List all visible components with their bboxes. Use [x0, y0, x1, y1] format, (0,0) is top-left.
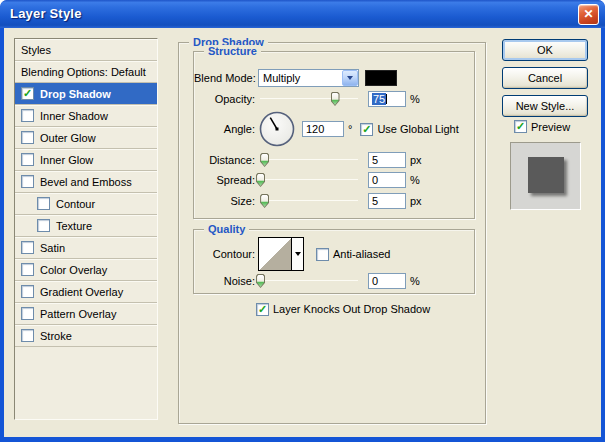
size-label: Size: — [194, 195, 255, 207]
check-icon: ✓ — [362, 123, 371, 135]
style-checkbox[interactable]: ✓ — [21, 87, 34, 100]
sidebar-item-inner-shadow[interactable]: Inner Shadow — [15, 105, 157, 127]
opacity-slider[interactable] — [258, 92, 360, 106]
slider-track — [260, 280, 358, 281]
contour-label: Contour: — [194, 248, 255, 260]
distance-slider[interactable] — [258, 153, 360, 167]
slider-track — [260, 98, 358, 99]
cancel-button[interactable]: Cancel — [502, 67, 588, 89]
sidebar-item-color-overlay[interactable]: Color Overlay — [15, 259, 157, 281]
noise-value: 0 — [372, 275, 378, 287]
spread-input[interactable]: 0 — [368, 172, 406, 188]
angle-value: 120 — [306, 123, 324, 135]
sidebar-item-contour[interactable]: Contour — [15, 193, 157, 215]
size-unit: px — [410, 195, 422, 207]
size-value: 5 — [372, 195, 378, 207]
sidebar-item-label: Inner Shadow — [40, 110, 108, 122]
sidebar-item-stroke[interactable]: Stroke — [15, 325, 157, 347]
contour-thumbnail[interactable] — [258, 237, 292, 271]
slider-track — [260, 179, 358, 180]
noise-slider[interactable] — [258, 274, 360, 288]
style-checkbox[interactable] — [21, 175, 34, 188]
distance-slider-thumb[interactable] — [260, 153, 269, 167]
shadow-color-swatch[interactable] — [365, 70, 397, 86]
spread-slider[interactable] — [258, 173, 360, 187]
sidebar-item-texture[interactable]: Texture — [15, 215, 157, 237]
sidebar-item-label: Bevel and Emboss — [40, 176, 132, 188]
slider-track — [260, 200, 358, 201]
use-global-light-label: Use Global Light — [377, 123, 458, 135]
sidebar-item-bevel-and-emboss[interactable]: Bevel and Emboss — [15, 171, 157, 193]
sidebar-item-blending-options-default[interactable]: Blending Options: Default — [15, 61, 157, 83]
style-checkbox[interactable] — [37, 219, 50, 232]
check-icon: ✓ — [258, 303, 267, 315]
preview-layer-square — [528, 157, 564, 193]
size-slider[interactable] — [258, 194, 360, 208]
style-checkbox[interactable] — [21, 109, 34, 122]
sidebar-item-label: Color Overlay — [40, 264, 107, 276]
opacity-row: Opacity: 75 % — [194, 91, 474, 107]
distance-input[interactable]: 5 — [368, 152, 406, 168]
opacity-slider-thumb[interactable] — [331, 92, 340, 106]
sidebar-item-outer-glow[interactable]: Outer Glow — [15, 127, 157, 149]
angle-unit: ° — [348, 123, 352, 135]
opacity-unit: % — [410, 93, 420, 105]
spread-label: Spread: — [194, 174, 255, 186]
contour-picker[interactable] — [258, 237, 304, 271]
angle-dial[interactable] — [258, 110, 296, 148]
layer-knocks-out-checkbox[interactable]: ✓ — [256, 303, 269, 316]
style-checkbox[interactable] — [21, 241, 34, 254]
layer-style-dialog: Layer Style ✕ StylesBlending Options: De… — [0, 0, 605, 442]
blend-mode-select[interactable]: Multiply — [258, 69, 359, 87]
knockout-row: ✓ Layer Knocks Out Drop Shadow — [256, 301, 486, 317]
contour-row: Contour: Anti-aliased — [194, 237, 474, 271]
style-checkbox[interactable] — [21, 285, 34, 298]
anti-aliased-checkbox[interactable] — [316, 248, 329, 261]
opacity-label: Opacity: — [194, 93, 255, 105]
sidebar-item-pattern-overlay[interactable]: Pattern Overlay — [15, 303, 157, 325]
spread-value: 0 — [372, 174, 378, 186]
style-checkbox[interactable] — [21, 329, 34, 342]
size-input[interactable]: 5 — [368, 193, 406, 209]
contour-dropdown-button[interactable] — [292, 237, 304, 271]
sidebar-item-label: Pattern Overlay — [40, 308, 116, 320]
noise-input[interactable]: 0 — [368, 273, 406, 289]
sidebar-item-inner-glow[interactable]: Inner Glow — [15, 149, 157, 171]
anti-aliased-label: Anti-aliased — [333, 248, 390, 260]
sidebar-item-label: Styles — [21, 44, 51, 56]
opacity-input[interactable]: 75 — [368, 91, 406, 107]
sidebar-item-label: Texture — [56, 220, 92, 232]
sidebar-item-gradient-overlay[interactable]: Gradient Overlay — [15, 281, 157, 303]
blend-mode-dropdown-button[interactable] — [342, 70, 358, 86]
ok-button[interactable]: OK — [502, 39, 588, 61]
use-global-light-checkbox[interactable]: ✓ — [360, 123, 373, 136]
title-bar[interactable]: Layer Style ✕ — [0, 0, 605, 28]
size-slider-thumb[interactable] — [260, 194, 269, 208]
preview-checkbox[interactable]: ✓ — [514, 120, 527, 133]
spread-slider-thumb[interactable] — [256, 173, 265, 187]
slider-track — [260, 159, 358, 160]
close-button[interactable]: ✕ — [578, 4, 599, 25]
angle-input[interactable]: 120 — [302, 121, 344, 137]
opacity-value: 75 — [372, 93, 386, 105]
style-checkbox[interactable] — [21, 131, 34, 144]
style-checkbox[interactable] — [21, 307, 34, 320]
sidebar-item-label: Drop Shadow — [40, 88, 111, 100]
layer-knocks-out-label: Layer Knocks Out Drop Shadow — [273, 303, 430, 315]
noise-slider-thumb[interactable] — [256, 274, 265, 288]
blend-mode-value: Multiply — [259, 72, 342, 84]
style-checkbox[interactable] — [37, 197, 50, 210]
structure-group-title: Structure — [204, 45, 261, 58]
spread-unit: % — [410, 174, 420, 186]
check-icon: ✓ — [516, 120, 525, 132]
sidebar-item-styles[interactable]: Styles — [15, 39, 157, 61]
noise-row: Noise: 0 % — [194, 273, 474, 289]
style-checkbox[interactable] — [21, 263, 34, 276]
preview-thumbnail — [510, 142, 581, 210]
sidebar-item-drop-shadow[interactable]: ✓Drop Shadow — [15, 83, 157, 105]
style-checkbox[interactable] — [21, 153, 34, 166]
new-style-button[interactable]: New Style... — [502, 95, 588, 117]
dialog-body: StylesBlending Options: Default✓Drop Sha… — [4, 28, 601, 437]
distance-unit: px — [410, 154, 422, 166]
sidebar-item-satin[interactable]: Satin — [15, 237, 157, 259]
